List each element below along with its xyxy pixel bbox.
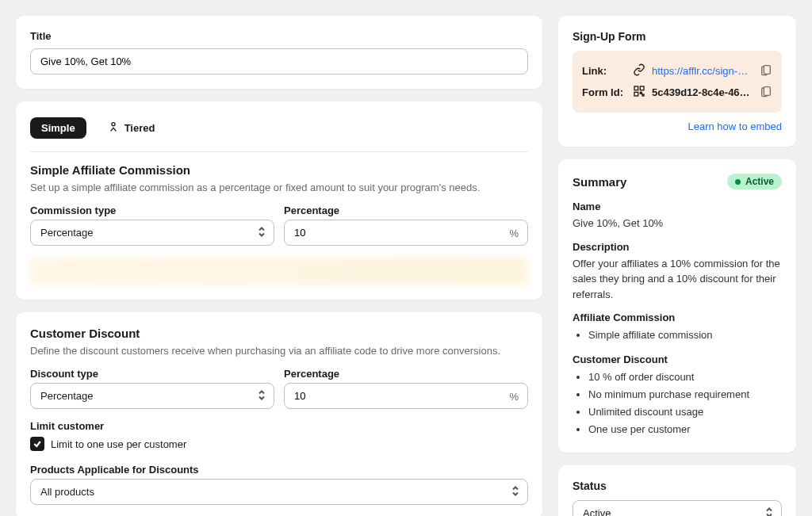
discount-pct-input[interactable] bbox=[284, 383, 528, 409]
blurred-content bbox=[30, 257, 528, 285]
products-select[interactable]: All products bbox=[30, 479, 528, 505]
status-dot-icon bbox=[735, 179, 741, 185]
commission-type-label: Commission type bbox=[30, 204, 274, 216]
commission-card: Simple Tiered Simple Affiliate Commissio… bbox=[16, 101, 542, 300]
svg-point-0 bbox=[112, 123, 115, 126]
svg-rect-6 bbox=[642, 94, 644, 96]
summary-comm-list: Simple affiliate commission bbox=[573, 327, 782, 344]
summary-disc-label: Customer Discount bbox=[573, 354, 782, 365]
tab-tiered-label: Tiered bbox=[124, 122, 155, 134]
summary-desc-label: Description bbox=[573, 241, 782, 253]
commission-sub: Set up a simple affiliate commission as … bbox=[30, 182, 528, 193]
signup-formid-value: 5c439d12-8c4e-4610... bbox=[652, 86, 753, 98]
svg-rect-3 bbox=[640, 86, 644, 90]
status-heading: Status bbox=[573, 480, 782, 492]
status-card: Status Active bbox=[558, 465, 796, 516]
list-item: Simple affiliate commission bbox=[588, 327, 782, 344]
summary-name-label: Name bbox=[573, 201, 782, 212]
list-item: Unlimited discount usage bbox=[588, 403, 782, 421]
svg-rect-7 bbox=[764, 87, 770, 96]
signup-link-value[interactable]: https://afflr.cc/sign-up/... bbox=[652, 65, 753, 77]
summary-heading: Summary bbox=[573, 175, 626, 189]
link-icon bbox=[633, 63, 645, 78]
summary-name-value: Give 10%, Get 10% bbox=[573, 216, 782, 231]
tiered-icon bbox=[107, 120, 120, 136]
svg-rect-5 bbox=[640, 92, 642, 94]
summary-disc-list: 10 % off order discountNo minimum purcha… bbox=[573, 369, 782, 438]
limit-checkbox[interactable] bbox=[30, 437, 44, 451]
discount-card: Customer Discount Define the discount cu… bbox=[16, 312, 542, 516]
signup-box: Link: https://afflr.cc/sign-up/... Form … bbox=[573, 51, 782, 113]
commission-tabs: Simple Tiered bbox=[30, 116, 528, 152]
signup-card: Sign-Up Form Link: https://afflr.cc/sign… bbox=[558, 16, 796, 147]
svg-rect-1 bbox=[764, 66, 770, 75]
list-item: 10 % off order discount bbox=[588, 369, 782, 386]
discount-type-select[interactable]: Percentage bbox=[30, 383, 274, 409]
list-item: One use per customer bbox=[588, 421, 782, 438]
signup-formid-label: Form Id: bbox=[582, 86, 626, 98]
status-badge: Active bbox=[727, 174, 782, 189]
commission-type-select[interactable]: Percentage bbox=[30, 220, 274, 246]
commission-heading: Simple Affiliate Commission bbox=[30, 163, 528, 177]
discount-heading: Customer Discount bbox=[30, 327, 528, 340]
copy-formid-icon[interactable] bbox=[760, 85, 772, 100]
status-select[interactable]: Active bbox=[573, 500, 782, 516]
commission-pct-input[interactable] bbox=[284, 220, 528, 246]
title-card: Title bbox=[16, 16, 542, 89]
qr-icon bbox=[633, 85, 645, 100]
limit-customer-label: Limit customer bbox=[30, 420, 528, 432]
learn-embed-link[interactable]: Learn how to embed bbox=[573, 120, 782, 132]
title-input[interactable] bbox=[30, 48, 528, 75]
discount-pct-suffix: % bbox=[509, 390, 519, 402]
discount-type-label: Discount type bbox=[30, 368, 274, 380]
title-label: Title bbox=[30, 30, 528, 42]
status-badge-text: Active bbox=[745, 176, 774, 187]
commission-pct-label: Percentage bbox=[284, 204, 528, 216]
summary-desc-value: Offer your affiliates a 10% commission f… bbox=[573, 256, 782, 303]
tab-tiered[interactable]: Tiered bbox=[96, 116, 167, 140]
list-item: No minimum purchase requirement bbox=[588, 386, 782, 403]
svg-rect-2 bbox=[634, 86, 638, 90]
svg-rect-4 bbox=[634, 92, 638, 96]
summary-card: Summary Active Name Give 10%, Get 10% De… bbox=[558, 159, 796, 453]
signup-link-label: Link: bbox=[582, 65, 626, 77]
commission-pct-suffix: % bbox=[509, 227, 519, 239]
signup-heading: Sign-Up Form bbox=[573, 30, 782, 43]
copy-link-icon[interactable] bbox=[760, 63, 772, 78]
discount-sub: Define the discount customers receive wh… bbox=[30, 345, 528, 357]
tab-simple[interactable]: Simple bbox=[30, 117, 86, 139]
products-label: Products Applicable for Discounts bbox=[30, 464, 528, 476]
summary-comm-label: Affiliate Commission bbox=[573, 312, 782, 323]
tab-simple-label: Simple bbox=[41, 122, 75, 134]
discount-pct-label: Percentage bbox=[284, 368, 528, 380]
limit-checkbox-label: Limit to one use per customer bbox=[51, 438, 186, 450]
